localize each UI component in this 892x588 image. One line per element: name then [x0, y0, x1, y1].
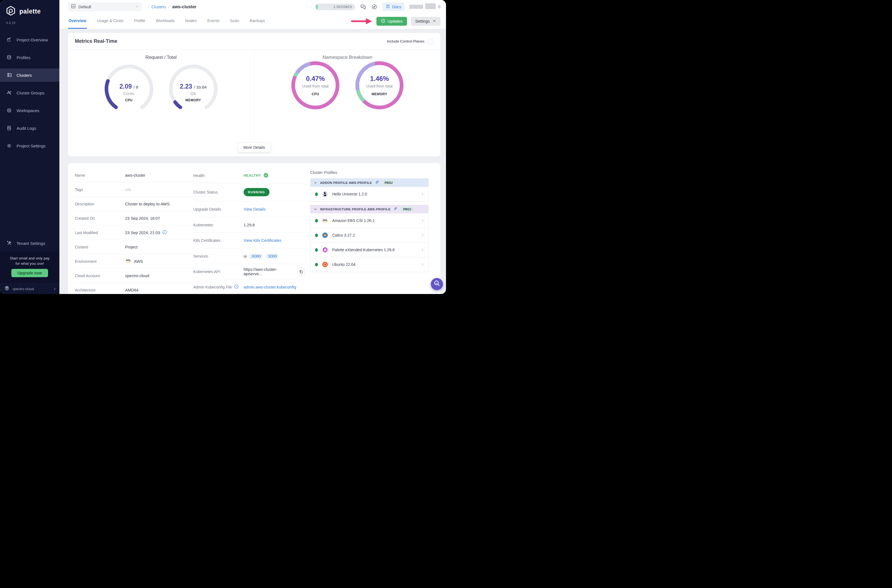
- sidebar-item-tenant-settings[interactable]: Tenant Settings: [0, 237, 59, 250]
- tab-workloads[interactable]: Workloads: [155, 14, 175, 29]
- include-control-planes: Include Control Planes: [387, 39, 434, 44]
- info-icon[interactable]: [162, 230, 167, 235]
- updates-button[interactable]: Updates: [376, 17, 407, 26]
- profile-row-amazon-ebs-csi[interactable]: aws Amazon EBS CSI 1.26.1: [310, 213, 429, 228]
- memory-unit: Gb: [169, 91, 218, 96]
- service-port-link[interactable]: :3000: [265, 254, 279, 259]
- docs-button[interactable]: Docs: [382, 3, 405, 11]
- detail-value: n/a: [125, 188, 131, 192]
- detail-label: Kubernetes: [193, 223, 243, 227]
- sidebar-item-clusters[interactable]: Clusters: [0, 69, 59, 82]
- promo-text: Start small and only pay for what you us…: [0, 252, 59, 266]
- view-k8s-certificates-link[interactable]: View K8s Certificates: [243, 238, 281, 243]
- metrics-realtime-card: Metrics Real-Time Include Control Planes…: [68, 33, 440, 156]
- spectro-cloud-logo-icon: [4, 285, 10, 292]
- copy-button[interactable]: [297, 267, 305, 276]
- kubeconfig-download-link[interactable]: admin.aws-cluster.kubeconfig: [243, 285, 296, 289]
- cpu-gauge-text: 2.09 / 8 Cores CPU: [105, 83, 153, 102]
- detail-value: spectro-cloud: [125, 274, 149, 278]
- service-port-link[interactable]: :8080: [249, 254, 263, 259]
- infrastructure-profile-header[interactable]: INFRASTRUCTURE PROFILE AWS-PROFILE PROJ: [310, 205, 429, 213]
- namespace-breakdown-title: Namespace Breakdown: [254, 55, 440, 60]
- topbar-row-1: Default / Clusters / aws-cluster 1.29/10…: [59, 0, 446, 14]
- detail-label: Services: [193, 254, 243, 258]
- cpu-gauge-label: CPU: [105, 98, 153, 102]
- breadcrumb-separator: /: [148, 5, 149, 9]
- profile-row-palette-extended-kubernetes[interactable]: Palette eXtended Kubernetes 1.29.8: [310, 243, 429, 257]
- orbit-icon: [6, 108, 12, 113]
- link-icon[interactable]: [375, 180, 379, 185]
- view-details-link[interactable]: View Details: [243, 207, 266, 212]
- profile-row-ubuntu[interactable]: Ubuntu 22.04: [310, 257, 429, 272]
- sidebar-item-audit-logs[interactable]: Audit Logs: [0, 122, 59, 135]
- profile-pack-name: Calico 3.27.2: [332, 233, 417, 237]
- profile-pack-name: Amazon EBS CSI 1.26.1: [332, 218, 417, 223]
- breadcrumb-clusters-link[interactable]: Clusters: [151, 5, 166, 9]
- chat-icon[interactable]: [360, 4, 366, 10]
- project-selector-value: Default: [78, 5, 133, 9]
- audit-icon: [6, 125, 12, 131]
- updates-label: Updates: [388, 19, 402, 24]
- include-control-planes-checkbox[interactable]: [428, 39, 434, 44]
- sidebar-item-label: Profiles: [17, 55, 30, 60]
- sidebar-item-label: Workspaces: [17, 108, 39, 113]
- detail-label: Tags: [75, 188, 125, 192]
- ubuntu-icon: [321, 261, 329, 267]
- addon-profile-header[interactable]: ADDON PROFILE AWS-PROFILE PROJ: [310, 178, 429, 187]
- cluster-tabs: Overview Usage & Costs Profile Workloads…: [68, 14, 275, 29]
- detail-label: Context: [75, 245, 125, 249]
- sidebar-item-cluster-groups[interactable]: Cluster Groups: [0, 86, 59, 99]
- palette-logo-icon: [6, 6, 16, 17]
- project-chart-icon: [71, 4, 76, 10]
- upgrade-promo: Start small and only pay for what you us…: [0, 252, 59, 284]
- ring-row: 0.47% Used from total CPU 1.46% Used fro…: [254, 61, 440, 110]
- detail-label: Admin Kubeconfig File: [193, 285, 232, 289]
- detail-value: AMD64: [125, 288, 138, 292]
- detail-value: 23 Sep 2024, 21:03: [125, 231, 160, 235]
- sidebar-item-project-settings[interactable]: Project Settings: [0, 139, 59, 152]
- settings-button[interactable]: Settings: [411, 17, 440, 26]
- sidebar-collapse-button[interactable]: ‹: [54, 286, 56, 291]
- hello-universe-icon: [321, 191, 329, 197]
- sidebar-item-profiles[interactable]: Profiles: [0, 51, 59, 64]
- addon-profile-name: ADDON PROFILE AWS-PROFILE: [320, 181, 372, 184]
- tab-events[interactable]: Events: [207, 14, 220, 29]
- memory-ring-label: MEMORY: [356, 92, 404, 96]
- more-details-button[interactable]: More Details: [237, 143, 271, 152]
- tab-scan[interactable]: Scan: [230, 14, 240, 29]
- profile-row-calico[interactable]: Calico 3.27.2: [310, 228, 429, 243]
- chevron-right-icon: [420, 233, 425, 237]
- redacted-block: [409, 5, 423, 9]
- cpu-namespace-ring: 0.47% Used from total CPU: [291, 61, 339, 110]
- tab-usage-costs[interactable]: Usage & Costs: [96, 14, 124, 29]
- sidebar-item-label: Project Settings: [17, 144, 45, 148]
- sidebar-item-project-overview[interactable]: Project Overview: [0, 33, 59, 46]
- tab-nodes[interactable]: Nodes: [185, 14, 197, 29]
- gear-icon: [6, 143, 12, 148]
- breadcrumb-separator: /: [168, 5, 170, 9]
- tab-overview[interactable]: Overview: [68, 14, 87, 29]
- usage-credit-pill: 1.29/100kCh: [315, 4, 355, 10]
- detail-value: AWS: [134, 259, 143, 264]
- cpu-unit: Cores: [105, 91, 153, 96]
- upgrade-now-button[interactable]: Upgrade now: [11, 269, 48, 277]
- detail-value: Cluster to deploy to AWS.: [125, 202, 171, 206]
- info-icon[interactable]: [234, 284, 239, 290]
- metrics-title: Metrics Real-Time: [75, 38, 117, 44]
- service-name: ui: [243, 254, 246, 258]
- memory-gauge: 2.23 / 33.64 Gb MEMORY: [169, 64, 218, 113]
- tools-icon: [6, 240, 12, 246]
- tab-backups[interactable]: Backups: [249, 14, 266, 29]
- sidebar-item-workspaces[interactable]: Workspaces: [0, 104, 59, 117]
- compass-icon[interactable]: [371, 4, 377, 10]
- detail-row-kubernetes-api: Kubernetes API https://aws-cluster-apise…: [193, 264, 305, 279]
- tab-profile[interactable]: Profile: [134, 14, 146, 29]
- help-search-fab[interactable]: [431, 278, 443, 290]
- profile-row-hello-universe[interactable]: Hello Universe 1.2.0: [310, 187, 429, 201]
- circle-up-icon: [381, 18, 386, 24]
- profile-pack-name: Ubuntu 22.04: [332, 262, 417, 267]
- detail-row-admin-kubeconfig: Admin Kubeconfig File admin.aws-cluster.…: [193, 279, 305, 294]
- status-dot: [315, 234, 318, 237]
- link-icon[interactable]: [393, 207, 398, 212]
- project-selector[interactable]: Default: [68, 3, 142, 11]
